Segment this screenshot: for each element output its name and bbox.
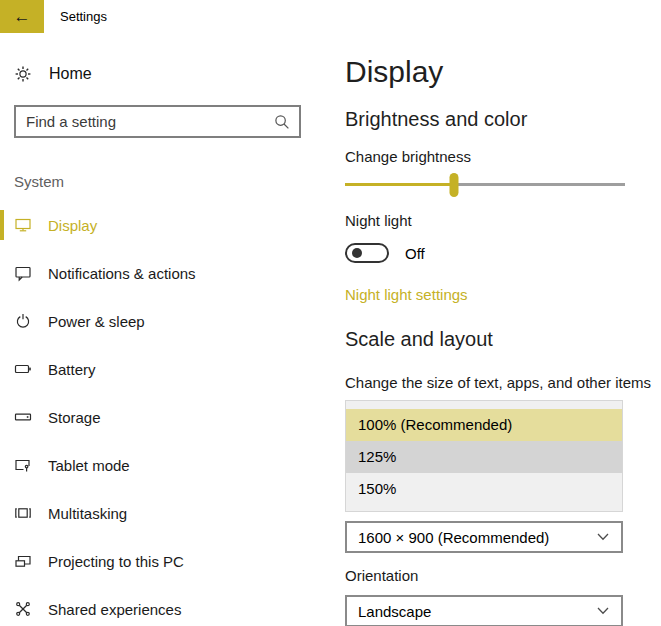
sidebar-item-label: Tablet mode (48, 457, 130, 474)
sidebar-item-tablet-mode[interactable]: Tablet mode (0, 441, 330, 489)
orientation-value: Landscape (347, 603, 431, 620)
sidebar-item-label: Projecting to this PC (48, 553, 184, 570)
brightness-slider-label: Change brightness (345, 147, 661, 167)
sidebar-item-multitasking[interactable]: Multitasking (0, 489, 330, 537)
sidebar-item-display[interactable]: Display (0, 201, 330, 249)
brightness-slider[interactable] (345, 175, 625, 195)
night-light-settings-link[interactable]: Night light settings (345, 285, 468, 305)
battery-icon (14, 360, 32, 378)
sidebar-item-label: Power & sleep (48, 313, 145, 330)
night-light-toggle-row: Off (345, 241, 661, 265)
toggle-knob (352, 248, 362, 258)
scale-option-125[interactable]: 125% (346, 441, 622, 473)
search-input[interactable] (16, 107, 274, 136)
brightness-slider-thumb[interactable] (450, 173, 459, 197)
sidebar-item-storage[interactable]: Storage (0, 393, 330, 441)
sidebar-item-label: Notifications & actions (48, 265, 196, 282)
sidebar-item-battery[interactable]: Battery (0, 345, 330, 393)
selected-indicator (0, 210, 4, 240)
titlebar: ← Settings (0, 0, 661, 33)
sidebar-item-label: Multitasking (48, 505, 127, 522)
sidebar-item-label: Shared experiences (48, 601, 181, 618)
resolution-value: 1600 × 900 (Recommended) (347, 529, 549, 546)
night-light-state: Off (405, 245, 425, 262)
main-content: Display Brightness and color Change brig… (330, 33, 661, 626)
orientation-label: Orientation (345, 566, 661, 586)
display-icon (14, 216, 32, 234)
chevron-down-icon (597, 607, 609, 615)
search-icon[interactable] (274, 114, 290, 130)
scale-section-heading: Scale and layout (345, 327, 661, 351)
sidebar-item-label: Home (49, 65, 92, 83)
sidebar-item-shared-experiences[interactable]: Shared experiences (0, 585, 330, 626)
sidebar-item-label: Display (48, 217, 97, 234)
shared-experiences-icon (14, 600, 32, 618)
search-box (14, 105, 301, 138)
brightness-section-heading: Brightness and color (345, 107, 661, 131)
sidebar-section-label: System (14, 172, 330, 192)
multitasking-icon (14, 504, 32, 522)
sidebar-item-projecting[interactable]: Projecting to this PC (0, 537, 330, 585)
sidebar-item-label: Battery (48, 361, 96, 378)
scale-option-150[interactable]: 150% (346, 473, 622, 505)
notifications-icon (14, 264, 32, 282)
sidebar-nav: Display Notifications & actions (0, 201, 330, 626)
chevron-down-icon (597, 533, 609, 541)
scale-dropdown-label: Change the size of text, apps, and other… (345, 373, 661, 393)
night-light-label: Night light (345, 211, 661, 231)
sidebar-item-notifications[interactable]: Notifications & actions (0, 249, 330, 297)
page-title: Display (345, 55, 661, 89)
storage-icon (14, 408, 32, 426)
back-arrow-icon: ← (14, 7, 31, 27)
window-title: Settings (60, 9, 107, 24)
night-light-toggle[interactable] (345, 243, 389, 263)
resolution-select[interactable]: 1600 × 900 (Recommended) (345, 521, 623, 553)
scale-dropdown-list: 100% (Recommended) 125% 150% (345, 400, 623, 512)
sidebar-item-home[interactable]: Home (14, 60, 330, 88)
back-button[interactable]: ← (0, 0, 44, 33)
sidebar-item-label: Storage (48, 409, 101, 426)
gear-icon (14, 65, 32, 83)
scale-option-100[interactable]: 100% (Recommended) (346, 409, 622, 441)
brightness-slider-fill (345, 183, 454, 186)
sidebar: Home System (0, 33, 330, 626)
orientation-select[interactable]: Landscape (345, 595, 623, 626)
power-icon (14, 312, 32, 330)
sidebar-item-power-sleep[interactable]: Power & sleep (0, 297, 330, 345)
projecting-icon (14, 552, 32, 570)
tablet-mode-icon (14, 456, 32, 474)
settings-window: ← Settings Home (0, 0, 661, 626)
